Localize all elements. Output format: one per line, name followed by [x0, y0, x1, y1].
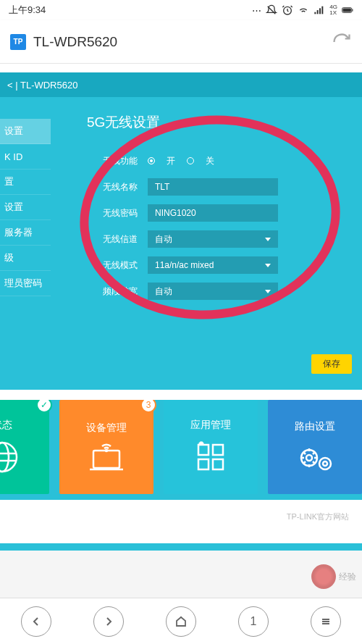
tile-app-mgmt[interactable]: 应用管理 — [164, 400, 258, 494]
row-password: 无线密码 — [87, 204, 355, 222]
battery-icon — [342, 4, 353, 16]
signal-icon — [313, 4, 325, 16]
chevron-down-icon — [265, 264, 271, 267]
wireless-5g-panel: 5G无线设置 无线功能 开 关 无线名称 无线密码 无线信道 自动 — [51, 97, 362, 339]
sidebar-item-4[interactable]: 服务器 — [0, 220, 51, 246]
svg-point-17 — [306, 455, 312, 461]
more-icon: ⋯ — [252, 5, 261, 16]
tiles-row: ✓ 状态 3 设备管理 应用管理 路由设置 — [0, 400, 362, 500]
nav-home-button[interactable] — [166, 606, 196, 637]
svg-rect-7 — [352, 9, 353, 11]
nav-back-button[interactable] — [21, 606, 51, 637]
status-indicators: ⋯ 4G1X — [252, 4, 353, 16]
address-bar[interactable]: TP TL-WDR5620 — [0, 20, 362, 64]
wireless-enable-label: 无线功能 — [87, 155, 148, 167]
gears-icon — [295, 440, 335, 474]
reload-icon[interactable] — [332, 32, 352, 52]
row-wireless-enable: 无线功能 开 关 — [87, 152, 355, 170]
sidebar-item-2[interactable]: 置 — [0, 170, 51, 195]
svg-point-11 — [106, 450, 107, 451]
nav-forward-button[interactable] — [93, 606, 124, 637]
save-button[interactable]: 保存 — [311, 354, 352, 374]
row-ssid: 无线名称 — [87, 178, 355, 196]
tile-label: 设备管理 — [86, 422, 127, 435]
status-time: 上午9:34 — [9, 4, 46, 17]
status-bar: 上午9:34 ⋯ 4G1X — [0, 0, 362, 20]
mode-select[interactable]: 11a/n/ac mixed — [148, 256, 278, 274]
row-mode: 无线模式 11a/n/ac mixed — [87, 256, 355, 274]
tile-status[interactable]: ✓ 状态 — [0, 400, 49, 494]
globe-icon — [0, 439, 20, 475]
pwd-input[interactable] — [148, 204, 278, 222]
channel-select[interactable]: 自动 — [148, 230, 278, 248]
svg-rect-13 — [213, 445, 223, 455]
alarm-icon — [282, 4, 293, 16]
tile-label: 状态 — [0, 419, 12, 432]
tile-label: 路由设置 — [295, 420, 335, 433]
baidu-watermark: 经验 — [311, 564, 356, 589]
chevron-down-icon — [265, 238, 271, 241]
watermark-logo-icon — [311, 564, 336, 589]
home-icon — [174, 615, 188, 628]
bw-select[interactable]: 自动 — [148, 283, 278, 300]
svg-rect-1 — [315, 12, 316, 14]
radio-on[interactable] — [148, 157, 155, 164]
mode-label: 无线模式 — [87, 259, 148, 272]
svg-rect-14 — [198, 459, 209, 469]
wifi-icon — [298, 4, 309, 16]
check-icon: ✓ — [36, 400, 52, 413]
ssid-label: 无线名称 — [87, 181, 148, 193]
count-badge: 3 — [140, 400, 156, 413]
svg-rect-3 — [319, 8, 321, 14]
network-label: 4G1X — [329, 4, 337, 16]
svg-rect-6 — [342, 8, 350, 12]
panel-title: 5G无线设置 — [87, 113, 355, 132]
svg-point-9 — [0, 443, 9, 472]
svg-point-18 — [319, 458, 331, 469]
svg-rect-12 — [198, 445, 209, 455]
site-badge: TP — [10, 34, 26, 50]
ssid-input[interactable] — [148, 178, 278, 196]
svg-point-19 — [323, 461, 327, 466]
pwd-label: 无线密码 — [87, 207, 148, 219]
sidebar: 设置 K ID 置 设置 服务器 级 理员密码 — [0, 97, 51, 339]
tile-device-mgmt[interactable]: 3 设备管理 — [59, 400, 153, 494]
nav-tabs-button[interactable]: 1 — [238, 606, 269, 637]
breadcrumb[interactable]: < | TL-WDR5620 — [0, 72, 362, 97]
channel-label: 无线信道 — [87, 233, 148, 246]
tile-label: 应用管理 — [190, 419, 231, 432]
bw-label: 频段带宽 — [87, 285, 148, 298]
chevron-right-icon — [103, 616, 114, 627]
footer-link[interactable]: TP-LINK官方网站 — [0, 500, 362, 543]
svg-rect-2 — [317, 10, 319, 14]
svg-rect-10 — [93, 451, 119, 468]
sidebar-item-0[interactable]: 设置 — [0, 119, 51, 144]
sidebar-item-5[interactable]: 级 — [0, 246, 51, 271]
chevron-left-icon — [30, 616, 42, 627]
laptop-wifi-icon — [86, 442, 127, 472]
svg-rect-4 — [322, 7, 324, 14]
address-text: TL-WDR5620 — [33, 34, 324, 50]
svg-rect-15 — [213, 459, 223, 469]
row-channel: 无线信道 自动 — [87, 230, 355, 248]
nav-menu-button[interactable] — [311, 606, 341, 637]
menu-icon — [320, 616, 332, 627]
router-admin-page: < | TL-WDR5620 设置 K ID 置 设置 服务器 级 理员密码 5… — [0, 72, 362, 551]
apps-grid-icon — [193, 439, 229, 475]
sidebar-item-3[interactable]: 设置 — [0, 195, 51, 220]
row-bandwidth: 频段带宽 自动 — [87, 283, 355, 300]
chevron-down-icon — [265, 290, 271, 293]
bell-muted-icon — [266, 4, 277, 16]
sidebar-item-1[interactable]: K ID — [0, 144, 51, 170]
sidebar-item-6[interactable]: 理员密码 — [0, 271, 51, 296]
tile-router-settings[interactable]: 路由设置 — [268, 400, 362, 494]
radio-off[interactable] — [187, 157, 194, 164]
browser-bottom-nav: 1 — [0, 598, 362, 644]
